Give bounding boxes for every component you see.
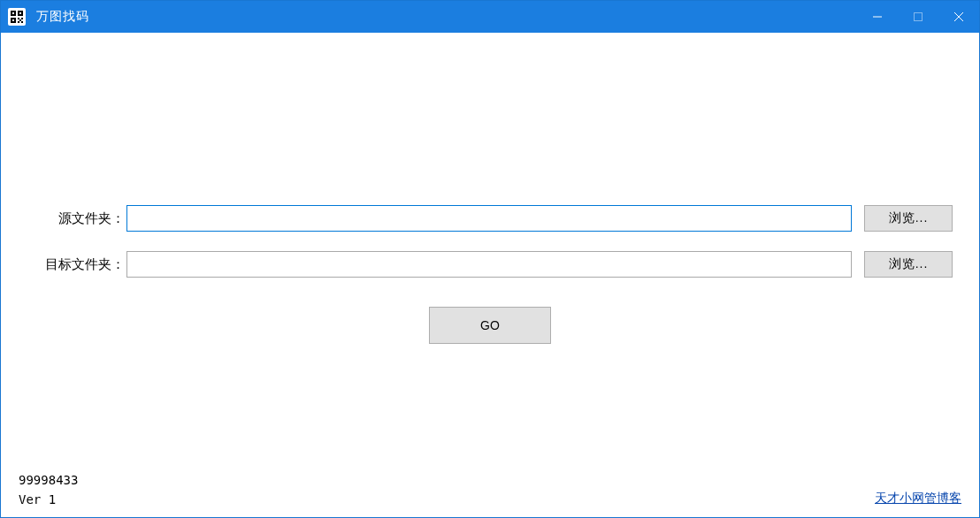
svg-rect-5	[19, 19, 21, 21]
blog-link[interactable]: 天才小网管博客	[875, 491, 961, 507]
close-button[interactable]	[938, 1, 979, 33]
minimize-button[interactable]	[857, 1, 898, 33]
source-folder-row: 源文件夹： 浏览...	[45, 205, 953, 232]
svg-rect-4	[21, 18, 23, 19]
maximize-button	[898, 1, 938, 33]
client-area: 源文件夹： 浏览... 目标文件夹： 浏览... GO 99998433 Ver…	[1, 33, 979, 517]
app-window: 万图找码 源文件夹： 浏览... 目标文件夹： 浏览... GO	[0, 0, 980, 518]
status-number: 99998433	[19, 473, 78, 487]
svg-rect-8	[12, 12, 14, 14]
svg-rect-3	[18, 18, 19, 19]
source-folder-input[interactable]	[126, 205, 852, 232]
target-folder-input[interactable]	[126, 251, 852, 278]
target-folder-row: 目标文件夹： 浏览...	[45, 251, 953, 278]
svg-rect-10	[12, 19, 14, 21]
window-controls	[857, 1, 979, 33]
app-icon	[8, 8, 26, 26]
svg-rect-12	[915, 13, 923, 21]
svg-rect-9	[19, 12, 21, 14]
target-folder-label: 目标文件夹：	[45, 256, 125, 273]
version-label: Ver 1	[19, 492, 56, 507]
target-browse-button[interactable]: 浏览...	[864, 251, 953, 278]
titlebar: 万图找码	[1, 1, 979, 33]
svg-rect-7	[21, 21, 23, 23]
source-browse-button[interactable]: 浏览...	[864, 205, 953, 232]
svg-rect-6	[18, 21, 19, 23]
go-button[interactable]: GO	[429, 307, 551, 344]
go-button-wrap: GO	[1, 307, 979, 344]
source-folder-label: 源文件夹：	[45, 210, 125, 227]
window-title: 万图找码	[36, 9, 89, 25]
